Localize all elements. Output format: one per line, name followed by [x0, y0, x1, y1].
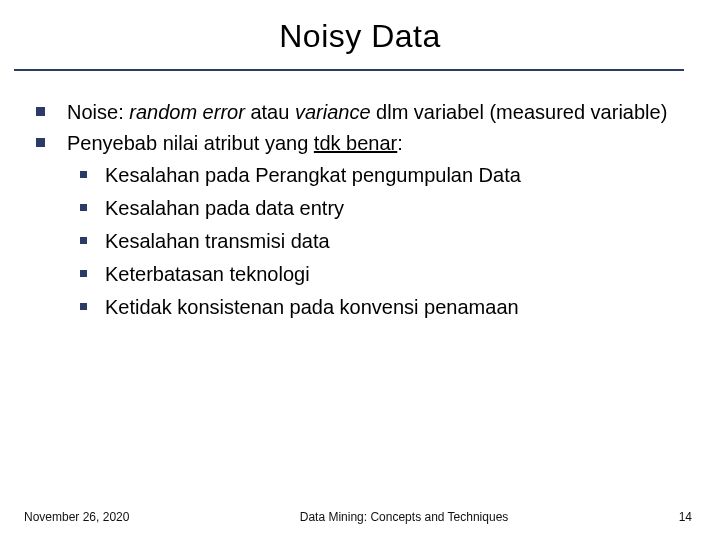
sub-bullet-item: Kesalahan pada Perangkat pengumpulan Dat…	[36, 161, 690, 190]
text: dlm variabel (measured variable)	[371, 101, 668, 123]
bullet-text-2: Penyebab nilai atribut yang tdk benar:	[67, 130, 403, 157]
italic-text: variance	[295, 101, 371, 123]
text: :	[397, 132, 403, 154]
bullet-text-1: Noise: random error atau variance dlm va…	[67, 99, 667, 126]
footer-page-number: 14	[679, 510, 692, 524]
square-bullet-icon	[36, 107, 45, 116]
sub-bullet-item: Kesalahan transmisi data	[36, 227, 690, 256]
title-area: Noisy Data	[0, 0, 720, 55]
sub-bullet-item: Kesalahan pada data entry	[36, 194, 690, 223]
sub-bullet-text: Ketidak konsistenan pada konvensi penama…	[105, 293, 519, 322]
footer-date: November 26, 2020	[24, 510, 129, 524]
italic-text: random error	[129, 101, 245, 123]
sub-bullet-text: Kesalahan pada Perangkat pengumpulan Dat…	[105, 161, 521, 190]
square-bullet-icon	[80, 171, 87, 178]
square-bullet-icon	[80, 303, 87, 310]
square-bullet-icon	[80, 204, 87, 211]
content-area: Noise: random error atau variance dlm va…	[0, 71, 720, 322]
bullet-item-2: Penyebab nilai atribut yang tdk benar:	[36, 130, 690, 157]
footer: November 26, 2020 Data Mining: Concepts …	[0, 510, 720, 524]
square-bullet-icon	[80, 237, 87, 244]
footer-center: Data Mining: Concepts and Techniques	[129, 510, 678, 524]
square-bullet-icon	[36, 138, 45, 147]
slide: Noisy Data Noise: random error atau vari…	[0, 0, 720, 540]
sub-bullet-text: Kesalahan transmisi data	[105, 227, 330, 256]
sub-bullet-item: Keterbatasan teknologi	[36, 260, 690, 289]
sub-bullet-item: Ketidak konsistenan pada konvensi penama…	[36, 293, 690, 322]
sub-bullet-text: Kesalahan pada data entry	[105, 194, 344, 223]
slide-title: Noisy Data	[0, 18, 720, 55]
text: atau	[245, 101, 295, 123]
underline-text: tdk benar	[314, 132, 397, 154]
text: Penyebab nilai atribut yang	[67, 132, 314, 154]
sub-bullet-text: Keterbatasan teknologi	[105, 260, 310, 289]
square-bullet-icon	[80, 270, 87, 277]
text: Noise:	[67, 101, 129, 123]
bullet-item-1: Noise: random error atau variance dlm va…	[36, 99, 690, 126]
